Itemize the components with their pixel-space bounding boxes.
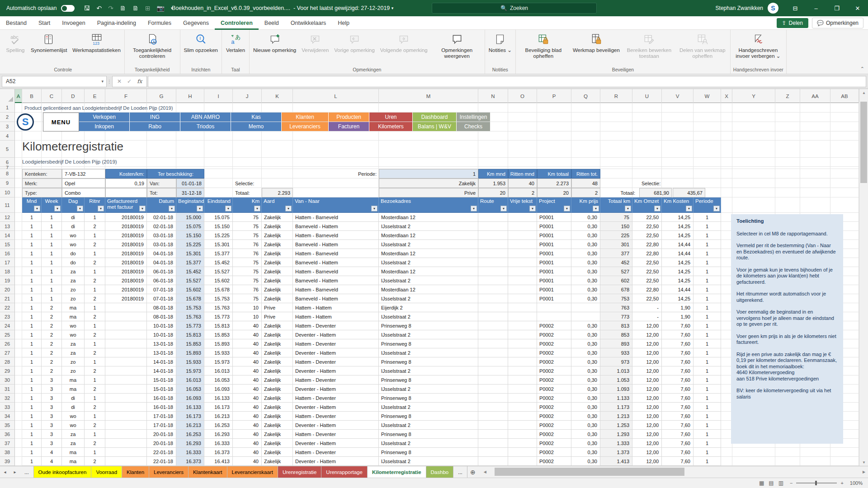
add-sheet-button[interactable]: ⊕ bbox=[467, 466, 478, 478]
table-cell[interactable]: wo bbox=[62, 321, 85, 330]
sheet-tab-oude-inkoopfacturen[interactable]: Oude inkoopfacturen bbox=[34, 466, 92, 478]
table-cell[interactable]: 20180019 bbox=[105, 258, 147, 267]
table-cell[interactable]: Zakelijk bbox=[262, 321, 293, 330]
table-cell[interactable]: 15.602 bbox=[176, 285, 204, 294]
table-header-km-prijs[interactable]: Km prijs▼ bbox=[571, 197, 600, 213]
table-cell[interactable]: 03-01-18 bbox=[147, 231, 176, 240]
row-header-19[interactable]: 19 bbox=[0, 276, 15, 285]
table-cell[interactable]: P0002 bbox=[537, 385, 571, 394]
column-header-G[interactable]: G bbox=[147, 89, 176, 103]
row-header-14[interactable]: 14 bbox=[0, 231, 15, 240]
table-cell[interactable] bbox=[508, 457, 537, 466]
insert-function-icon[interactable]: fx bbox=[137, 78, 142, 84]
menu-button-ing[interactable]: ING bbox=[130, 113, 180, 122]
table-cell[interactable]: 15.527 bbox=[176, 276, 204, 285]
table-cell[interactable]: 12,00 bbox=[632, 375, 662, 385]
table-cell[interactable] bbox=[478, 222, 508, 231]
table-cell[interactable]: wo bbox=[62, 421, 85, 430]
ribbon-button-beveiliging-blad-opheffen[interactable]: Beveiliging blad opheffen bbox=[517, 31, 570, 65]
row-header-36[interactable]: 36 bbox=[0, 430, 15, 439]
table-cell[interactable] bbox=[478, 448, 508, 457]
table-cell[interactable] bbox=[478, 294, 508, 303]
table-cell[interactable]: 1.253 bbox=[600, 421, 632, 430]
table-cell[interactable]: 2 bbox=[85, 222, 105, 231]
table-cell[interactable]: 1.093 bbox=[600, 385, 632, 394]
table-cell[interactable]: Hattem - Barneveld bbox=[293, 231, 379, 240]
table-cell[interactable]: Hattem - Barneveld bbox=[293, 285, 379, 294]
table-cell[interactable]: 76 bbox=[233, 240, 262, 249]
table-cell[interactable]: 1 bbox=[693, 249, 721, 258]
table-cell[interactable]: 7,60 bbox=[662, 330, 693, 339]
column-header-W[interactable]: W bbox=[693, 89, 721, 103]
table-cell[interactable]: 1 bbox=[693, 213, 721, 222]
table-cell[interactable]: 2 bbox=[85, 294, 105, 303]
sheet-tab-klanten[interactable]: Klanten bbox=[122, 466, 149, 478]
table-cell[interactable]: 1 bbox=[22, 213, 42, 222]
table-cell[interactable]: 1 bbox=[22, 294, 42, 303]
table-cell[interactable]: 16.293 bbox=[204, 430, 233, 439]
table-cell[interactable]: 2 bbox=[85, 258, 105, 267]
menu-button-klanten[interactable]: Klanten bbox=[282, 113, 328, 122]
table-cell[interactable]: 1 bbox=[85, 394, 105, 403]
table-cell[interactable]: 1 bbox=[22, 330, 42, 339]
table-cell[interactable] bbox=[508, 439, 537, 448]
tab-ontwikkelaars[interactable]: Ontwikkelaars bbox=[285, 16, 332, 30]
table-header-beginstand[interactable]: Beginstand▼ bbox=[176, 197, 204, 213]
table-cell[interactable] bbox=[105, 339, 147, 348]
table-cell[interactable]: wo bbox=[62, 412, 85, 421]
table-cell[interactable] bbox=[508, 403, 537, 412]
user-name[interactable]: Stephan Zwanikken bbox=[716, 5, 763, 11]
table-cell[interactable] bbox=[105, 385, 147, 394]
table-cell[interactable]: 678 bbox=[600, 285, 632, 294]
table-cell[interactable]: - bbox=[632, 303, 662, 312]
tab-beeld[interactable]: Beeld bbox=[259, 16, 285, 30]
table-cell[interactable]: Hattem - Deventer bbox=[293, 339, 379, 348]
column-header-L[interactable]: L bbox=[293, 89, 379, 103]
table-cell[interactable]: 15.225 bbox=[176, 240, 204, 249]
table-cell[interactable]: 10 bbox=[233, 312, 262, 321]
table-cell[interactable]: zo bbox=[62, 366, 85, 375]
table-cell[interactable] bbox=[508, 366, 537, 375]
table-cell[interactable]: 40 bbox=[233, 375, 262, 385]
row-header-33[interactable]: 33 bbox=[0, 403, 15, 412]
table-cell[interactable] bbox=[478, 385, 508, 394]
table-cell[interactable]: 15.763 bbox=[204, 303, 233, 312]
table-cell[interactable]: 14,25 bbox=[662, 258, 693, 267]
table-cell[interactable]: 1 bbox=[22, 321, 42, 330]
menu-button-facturen[interactable]: Facturen bbox=[329, 122, 369, 131]
table-cell[interactable]: 1 bbox=[22, 231, 42, 240]
table-cell[interactable]: 973 bbox=[600, 357, 632, 366]
table-cell[interactable]: Mosterdlaan 12 bbox=[379, 231, 478, 240]
minimize-button[interactable]: – bbox=[806, 0, 826, 16]
row-header-26[interactable]: 26 bbox=[0, 339, 15, 348]
table-cell[interactable]: Deventer - Hattem bbox=[293, 385, 379, 394]
table-cell[interactable]: Zakelijk bbox=[262, 375, 293, 385]
table-cell[interactable]: 3 bbox=[42, 412, 62, 421]
table-cell[interactable]: 40 bbox=[233, 357, 262, 366]
table-cell[interactable]: 1 bbox=[22, 348, 42, 357]
table-cell[interactable]: 12,00 bbox=[632, 430, 662, 439]
table-cell[interactable] bbox=[105, 439, 147, 448]
table-header-ritnr[interactable]: Ritnr▼ bbox=[85, 197, 105, 213]
table-cell[interactable]: 15.933 bbox=[176, 357, 204, 366]
table-cell[interactable]: 12,00 bbox=[632, 321, 662, 330]
table-cell[interactable]: 1 bbox=[693, 430, 721, 439]
table-cell[interactable]: 40 bbox=[233, 421, 262, 430]
zoom-in-icon[interactable]: + bbox=[840, 480, 843, 486]
ribbon-button-synoniemenlijst[interactable]: Synoniemenlijst bbox=[28, 31, 70, 65]
table-cell[interactable]: 22,50 bbox=[632, 294, 662, 303]
filter-icon[interactable]: ▼ bbox=[593, 206, 599, 211]
table-cell[interactable] bbox=[508, 330, 537, 339]
table-cell[interactable]: P0001 bbox=[537, 258, 571, 267]
table-cell[interactable]: 2 bbox=[85, 330, 105, 339]
table-cell[interactable]: wo bbox=[62, 231, 85, 240]
table-cell[interactable]: Hattem - Barneveld bbox=[293, 213, 379, 222]
table-cell[interactable]: P0002 bbox=[537, 412, 571, 421]
table-cell[interactable]: Barneveld - Hattem bbox=[293, 294, 379, 303]
table-cell[interactable]: 2 bbox=[42, 339, 62, 348]
table-cell[interactable] bbox=[508, 285, 537, 294]
table-cell[interactable]: 16.253 bbox=[176, 430, 204, 439]
table-header-mnd[interactable]: Mnd▼ bbox=[22, 197, 42, 213]
table-cell[interactable]: 7,60 bbox=[662, 448, 693, 457]
table-cell[interactable]: 2 bbox=[85, 421, 105, 430]
